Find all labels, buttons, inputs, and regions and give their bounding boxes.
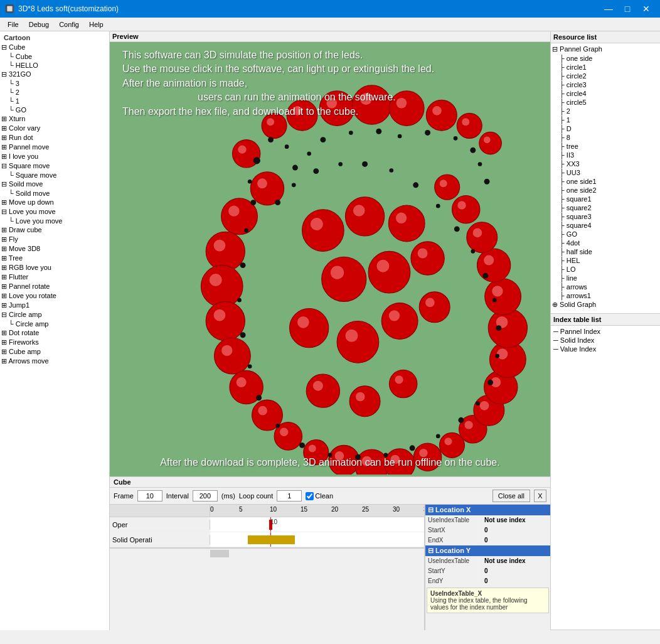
tree-item-31[interactable]: ⊞ Dot rotate [1,328,108,338]
tree-item-13[interactable]: ⊟ Square move [1,161,108,171]
resource-item-10[interactable]: ├ 8 [552,133,659,142]
led-dot-68[interactable] [256,395,262,400]
led-dot-41[interactable] [337,321,379,363]
led-dot-32[interactable] [435,174,460,200]
resource-item-0[interactable]: ⊟ Pannel Graph [552,45,659,54]
resource-item-20[interactable]: ├ square4 [552,221,659,230]
led-dot-80[interactable] [496,325,501,331]
led-dot-48[interactable] [268,137,274,142]
led-dot-50[interactable] [292,165,298,171]
led-dot-42[interactable] [381,303,418,340]
led-dot-30[interactable] [467,222,498,253]
close-button[interactable]: ✕ [637,3,655,15]
close-all-button[interactable]: Close all [492,490,530,502]
frame-input[interactable] [137,490,162,502]
led-dot-53[interactable] [349,131,353,135]
resource-item-9[interactable]: ├ D [552,124,659,133]
resource-item-6[interactable]: ├ circle5 [552,98,659,107]
resource-item-29[interactable]: ⊕ Solid Graph [552,300,659,309]
tree-item-19[interactable]: └ Love you move [1,217,108,225]
led-dot-66[interactable] [240,332,246,338]
tree-item-28[interactable]: ⊞ Jump1 [1,301,108,310]
tree-item-22[interactable]: ⊞ Move 3D8 [1,244,108,254]
resource-item-14[interactable]: ├ UU3 [552,168,659,177]
tree-item-29[interactable]: ⊟ Circle amp [1,310,108,319]
resource-item-8[interactable]: ├ 1 [552,115,659,124]
resource-item-5[interactable]: ├ circle4 [552,89,659,98]
resource-item-27[interactable]: ├ arrows [552,282,659,291]
led-dot-38[interactable] [368,251,410,293]
led-dot-40[interactable] [290,309,329,348]
led-dot-31[interactable] [452,195,479,223]
x-button[interactable]: X [534,490,546,502]
index-item-0[interactable]: ─ Pannel Index [552,327,659,336]
led-dot-91[interactable] [292,183,296,187]
tree-item-33[interactable]: ⊞ Cube amp [1,347,108,357]
led-dot-84[interactable] [454,226,460,232]
tree-item-30[interactable]: └ Circle amp [1,319,108,328]
resource-item-2[interactable]: ├ circle1 [552,63,659,72]
resource-item-23[interactable]: ├ half side [552,247,659,256]
tree-item-17[interactable]: ⊞ Move up down [1,198,108,207]
led-dot-33[interactable] [479,132,502,154]
clean-checkbox[interactable] [306,492,314,500]
led-dot-45[interactable] [349,386,380,417]
resource-item-25[interactable]: ├ LO [552,265,659,274]
led-dot-77[interactable] [476,401,480,405]
interval-input[interactable] [193,490,218,502]
led-dot-89[interactable] [338,162,343,166]
led-dot-60[interactable] [484,179,490,185]
led-dot-69[interactable] [275,424,280,428]
resource-item-21[interactable]: ├ GO [552,230,659,239]
resource-item-1[interactable]: ├ one side [552,54,659,63]
led-dot-56[interactable] [425,130,430,136]
led-dot-82[interactable] [482,273,488,279]
resource-item-26[interactable]: ├ line [552,274,659,282]
led-dot-52[interactable] [320,137,326,142]
led-dot-13[interactable] [215,338,251,374]
tree-item-26[interactable]: ⊞ Pannel rotate [1,282,108,291]
led-dot-63[interactable] [244,228,248,233]
tree-item-10[interactable]: ⊞ Run dot [1,133,108,142]
resource-item-7[interactable]: ├ 2 [552,107,659,115]
resource-item-4[interactable]: ├ circle3 [552,80,659,89]
tree-item-20[interactable]: ⊞ Draw cube [1,225,108,235]
tree-item-0[interactable]: ⊟ Cube [1,43,108,52]
tree-item-16[interactable]: └ Soild move [1,189,108,198]
led-dot-85[interactable] [436,204,440,208]
tree-item-3[interactable]: ⊟ 321GO [1,70,108,79]
resource-item-28[interactable]: ├ arrows1 [552,291,659,300]
timeline-scrollbar[interactable] [110,548,424,558]
tree-item-34[interactable]: ⊞ Arrows move [1,357,108,366]
menu-help[interactable]: Help [84,19,109,30]
led-dot-88[interactable] [362,161,368,167]
tree-item-23[interactable]: ⊞ Tree [1,254,108,263]
loop-input[interactable] [277,490,302,502]
led-dot-67[interactable] [248,364,252,368]
led-dot-79[interactable] [495,354,499,358]
tree-item-7[interactable]: └ GO [1,105,108,114]
tree-item-24[interactable]: ⊞ RGB love you [1,263,108,272]
led-dot-54[interactable] [376,129,381,134]
resource-item-12[interactable]: ├ II3 [552,151,659,159]
tree-item-32[interactable]: ⊞ Fireworks [1,338,108,347]
led-dot-43[interactable] [419,292,450,323]
resource-item-19[interactable]: ├ square3 [552,212,659,221]
tree-item-2[interactable]: └ HELLO [1,61,108,70]
led-dot-28[interactable] [485,279,521,315]
led-dot-49[interactable] [285,144,289,149]
resource-item-22[interactable]: ├ 4dot [552,239,659,247]
tree-item-15[interactable]: ⊟ Soild move [1,180,108,189]
scroll-thumb[interactable] [210,550,229,557]
tree-item-4[interactable]: └ 3 [1,79,108,88]
resource-item-13[interactable]: ├ XX3 [552,159,659,168]
index-item-1[interactable]: ─ Solid Index [552,336,659,345]
resource-item-11[interactable]: ├ tree [552,142,659,151]
led-dot-55[interactable] [398,134,402,139]
led-dot-12[interactable] [206,301,245,340]
tree-item-8[interactable]: ⊞ Xturn [1,114,108,124]
led-dot-83[interactable] [471,249,475,254]
led-dot-39[interactable] [411,242,444,275]
tree-item-21[interactable]: ⊞ Fly [1,235,108,244]
led-dot-62[interactable] [250,200,256,205]
